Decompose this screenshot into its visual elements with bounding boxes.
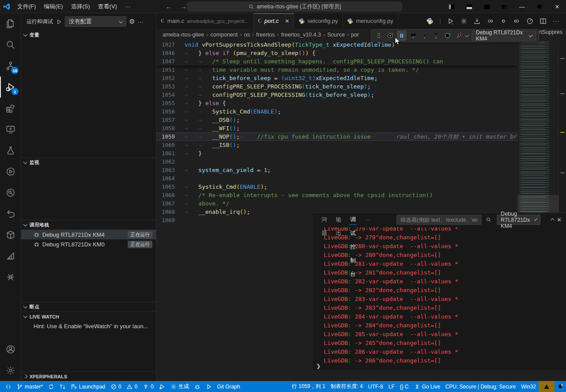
activity-search-icon[interactable]: [0, 34, 21, 55]
breadcrumb-item[interactable]: Source: [327, 32, 345, 38]
flash-download-icon[interactable]: [474, 18, 481, 25]
call-stack-session[interactable]: Debug RTL8721Dx KM4正在运行: [21, 230, 156, 239]
checkpoint-icon[interactable]: [500, 18, 507, 25]
maximize-panel-icon[interactable]: [550, 215, 555, 225]
toggle-sidebar-icon[interactable]: [443, 0, 460, 13]
status-git-graph[interactable]: Git Graph: [215, 381, 243, 392]
activity-set-square-icon[interactable]: [0, 245, 21, 267]
reverse-continue-icon[interactable]: [487, 18, 494, 25]
activity-circle-play-icon[interactable]: [0, 161, 21, 182]
bell-icon[interactable]: [555, 381, 566, 392]
activity-tool-misc-icon[interactable]: [0, 267, 21, 288]
menu-[interactable]: ···: [121, 2, 135, 11]
split-editor-icon[interactable]: [540, 18, 547, 25]
close-icon[interactable]: ✕: [548, 0, 566, 13]
activity-explorer-icon[interactable]: [0, 13, 21, 34]
code-line[interactable]: 1052→ → tick_before_sleep = (uint32_t)xE…: [156, 74, 518, 82]
activity-package-icon[interactable]: [0, 224, 21, 245]
activity-extensions-icon[interactable]: [0, 98, 21, 119]
section-watch[interactable]: 监视: [21, 158, 156, 167]
activity-undo-arrow-icon[interactable]: [0, 203, 21, 224]
panel-tab-问题[interactable]: 问题: [317, 213, 332, 227]
console-session-dropdown[interactable]: Debug RTL8721Dx KM4: [497, 215, 540, 225]
panel-tab-调试控制台[interactable]: 调试控制台: [346, 213, 360, 227]
status-utf-8[interactable]: UTF-8: [366, 381, 386, 392]
status-行-1059-列-1[interactable]: 行 1059，列 1: [289, 381, 328, 392]
activity-run-debug-icon[interactable]: 2: [0, 77, 21, 98]
status-bug-icon[interactable]: [192, 381, 203, 392]
section-live-watch[interactable]: LIVE WATCH: [21, 311, 156, 321]
close-panel-icon[interactable]: ✕: [557, 215, 562, 225]
code-line[interactable]: 1056→ → Systick_Cmd(ENABLE);: [156, 107, 518, 116]
tab-menuconfig-py[interactable]: menuconfig.py: [343, 13, 398, 29]
status-cpu-secure-debug-secure[interactable]: CPU: Secure | Debug: Secure: [443, 381, 518, 392]
status-lf[interactable]: LF: [386, 381, 397, 392]
step-over-icon[interactable]: [408, 30, 418, 41]
call-stack-session[interactable]: Debug RTL8721Dx KM0正在运行: [21, 239, 156, 249]
gear-icon[interactable]: [460, 18, 467, 25]
debug-config-dropdown[interactable]: 没有配置: [65, 16, 126, 27]
menu-v[interactable]: 查看(V): [94, 2, 121, 11]
breadcrumb-item[interactable]: freertos: [256, 32, 275, 38]
console-filter-input[interactable]: [396, 215, 481, 225]
toggle-secondary-sidebar-icon[interactable]: [478, 0, 496, 13]
menu-f[interactable]: 文件(F): [13, 2, 40, 11]
code-line[interactable]: 1058→ → __WFI();: [156, 124, 518, 132]
overview-ruler[interactable]: [559, 40, 566, 223]
activity-account-icon[interactable]: [0, 339, 21, 360]
code-line[interactable]: 1065→ Systick_Cmd(ENABLE);: [156, 183, 518, 191]
disconnect-icon[interactable]: [454, 30, 464, 41]
activity-source-control-icon[interactable]: 18: [0, 55, 21, 77]
status-warning-icon[interactable]: 0: [124, 381, 140, 392]
toggle-panel-icon[interactable]: [460, 0, 478, 13]
breadcrumb-item[interactable]: os: [244, 32, 250, 38]
status-branch-compare-icon[interactable]: [57, 381, 68, 392]
step-out-icon[interactable]: [431, 30, 441, 41]
code-line[interactable]: 1067→ above. */: [156, 199, 518, 208]
python-icon[interactable]: [426, 18, 433, 25]
menu-s[interactable]: 选择(S): [67, 2, 94, 11]
tab-main-c[interactable]: Cmain.camebadplus_gcc_project\...: [156, 13, 254, 29]
maximize-icon[interactable]: [531, 0, 548, 13]
code-editor[interactable]: 1027void vPortSuppressTicksAndSleep(Tick…: [156, 40, 518, 223]
status-remote-icon[interactable]: [3, 381, 14, 392]
clear-console-icon[interactable]: [542, 215, 548, 225]
code-line[interactable]: 1051→ → time variable must remain unmodi…: [156, 66, 518, 74]
close-tab-icon[interactable]: ✕: [285, 18, 289, 24]
code-line[interactable]: 1062: [156, 158, 518, 166]
code-line[interactable]: 1046→ } else if (pmu_ready_to_sleep()) {: [156, 49, 518, 57]
profile-icon[interactable]: [526, 18, 533, 25]
more-actions-icon[interactable]: ···: [553, 18, 560, 24]
reset-device-icon[interactable]: [385, 30, 395, 41]
breadcrumb-item[interactable]: component: [211, 32, 238, 38]
customize-layout-icon[interactable]: [496, 0, 513, 13]
status--c[interactable]: {} C: [397, 381, 411, 392]
panel-tab-输出[interactable]: 输出: [332, 213, 346, 227]
breadcrumb-item[interactable]: ameba-rtos-gitee: [163, 32, 204, 38]
code-line[interactable]: 1059→ → __NOP();→ //fix cpu fused instru…: [156, 132, 518, 141]
debug-session-dropdown[interactable]: Debug RTL8721Dx KM4: [472, 31, 536, 40]
nav-forward-icon[interactable]: →: [180, 3, 187, 10]
activity-remote-explorer-icon[interactable]: [0, 119, 21, 140]
status-go-live[interactable]: Go Live: [411, 381, 443, 392]
status-launchpad-icon[interactable]: Launchpad: [68, 381, 107, 392]
status-制表符长度-4[interactable]: 制表符长度: 4: [328, 381, 365, 392]
chevron-down-icon[interactable]: [465, 33, 469, 37]
drag-handle-icon[interactable]: [374, 30, 384, 41]
status-win32[interactable]: Win32: [518, 381, 539, 392]
code-line[interactable]: 1064: [156, 174, 518, 183]
start-debugging-icon[interactable]: [56, 19, 62, 25]
restart-icon[interactable]: [443, 30, 452, 41]
warning-status-badge[interactable]: [539, 381, 555, 392]
status-broadcast-icon[interactable]: 0: [140, 381, 156, 392]
section-breakpoints[interactable]: 断点: [21, 302, 156, 311]
code-line[interactable]: 1054→ → configPOST_SLEEP_PROCESSING(tick…: [156, 91, 518, 99]
code-line[interactable]: 1063→ system_can_yield = 1;: [156, 166, 518, 174]
run-python-dropdown-icon[interactable]: [447, 18, 454, 25]
status-play-icon[interactable]: [203, 381, 215, 392]
gear-icon[interactable]: ⚙: [129, 18, 135, 26]
tab-setconfig-py[interactable]: setconfig.py: [294, 13, 343, 29]
code-line[interactable]: 1055→ } else {: [156, 99, 518, 107]
status-gear-icon[interactable]: 生成: [168, 381, 192, 392]
code-line[interactable]: 1060→ → __ISB();: [156, 141, 518, 149]
